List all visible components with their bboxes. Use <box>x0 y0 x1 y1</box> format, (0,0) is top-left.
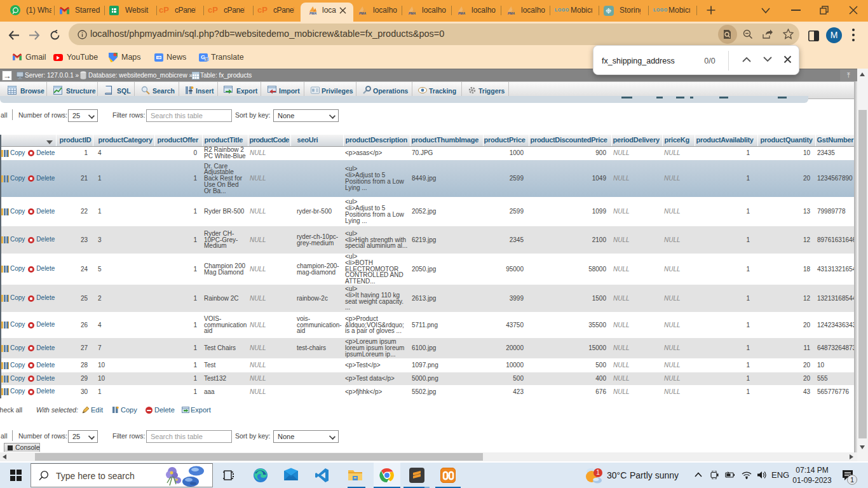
svg-text:PMA: PMA <box>409 11 416 15</box>
svg-text:PMA: PMA <box>458 11 466 15</box>
svg-text:PMA: PMA <box>508 11 515 15</box>
svg-text:PMA: PMA <box>309 11 317 15</box>
svg-text:PMA: PMA <box>359 11 367 15</box>
